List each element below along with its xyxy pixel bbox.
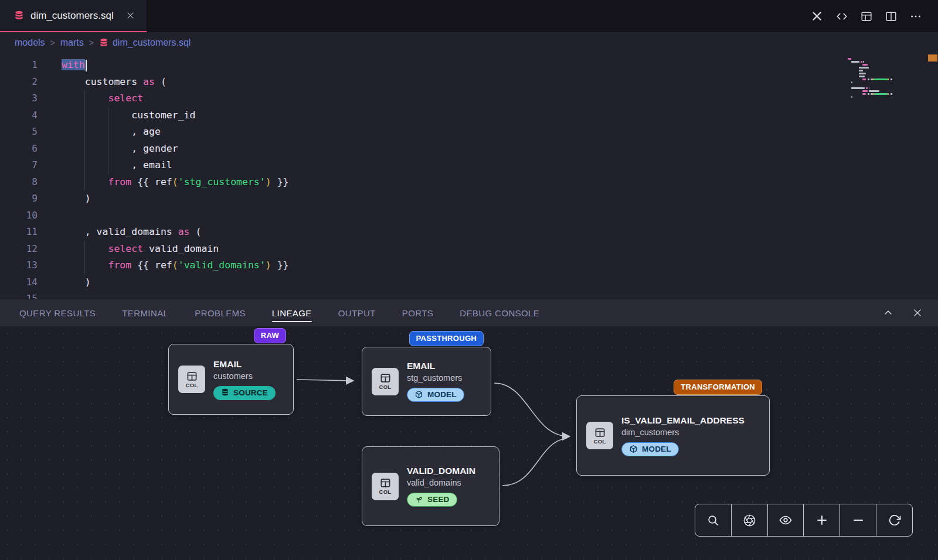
- panel-tab-query-results[interactable]: QUERY RESULTS: [19, 299, 96, 326]
- code-line[interactable]: 13 from {{ ref('valid_domains') }}: [0, 257, 938, 274]
- line-number: 15: [0, 291, 38, 299]
- zoom-in-button[interactable]: [804, 504, 840, 536]
- panel-chevron-up-icon[interactable]: [881, 305, 896, 320]
- code-line[interactable]: 4 customer_id: [0, 107, 938, 124]
- breadcrumb-item-dim-customers-sql[interactable]: dim_customers.sql: [99, 37, 191, 48]
- column-icon: COL: [372, 473, 399, 500]
- code-token: from: [108, 176, 131, 187]
- indent-guide: [108, 107, 108, 174]
- code-text: select: [62, 90, 143, 107]
- code-line[interactable]: 12 select valid_domain: [0, 241, 938, 258]
- column-icon-label: COL: [186, 383, 198, 388]
- line-number: 11: [0, 224, 38, 241]
- node-subtitle: dim_customers: [621, 428, 745, 437]
- panel-tab-lineage[interactable]: LINEAGE: [272, 299, 312, 326]
- node-badge-source: SOURCE: [213, 386, 276, 400]
- code-line[interactable]: 2 customers as (: [0, 74, 938, 91]
- minimap-line: [848, 78, 911, 80]
- node-title: EMAIL: [213, 359, 276, 370]
- line-number: 6: [0, 141, 38, 158]
- breadcrumb-item-marts[interactable]: marts: [60, 37, 84, 48]
- panel-tab-ports[interactable]: PORTS: [402, 299, 433, 326]
- panel-tab-bar: QUERY RESULTSTERMINALPROBLEMSLINEAGEOUTP…: [0, 299, 938, 326]
- dbt-extension-icon[interactable]: [807, 6, 827, 26]
- code-line[interactable]: 11 , valid_domains as (: [0, 224, 938, 241]
- split-editor-icon[interactable]: [881, 6, 900, 26]
- minimap-line: [848, 96, 911, 98]
- panel-tab-terminal[interactable]: TERMINAL: [122, 299, 168, 326]
- code-token: select: [108, 243, 143, 254]
- seed-badge-icon: [414, 495, 423, 504]
- text-cursor: [86, 60, 87, 71]
- code-text: , age: [62, 124, 161, 141]
- code-text: with: [62, 57, 87, 74]
- tab-close-icon[interactable]: [126, 11, 135, 20]
- code-line[interactable]: 3 select: [0, 90, 938, 107]
- code-text: ): [62, 190, 91, 207]
- more-actions-icon[interactable]: [906, 6, 925, 26]
- lineage-node-stg_customers[interactable]: PASSTHROUGHCOLEMAILstg_customersMODEL: [362, 347, 491, 416]
- code-token: 'valid_domains': [178, 259, 266, 271]
- minimap-line: [848, 64, 911, 66]
- code-icon[interactable]: [832, 6, 851, 26]
- code-line[interactable]: 5 , age: [0, 124, 938, 141]
- editor-actions: [807, 0, 938, 32]
- table-icon[interactable]: [857, 6, 876, 26]
- database-icon: [14, 11, 24, 21]
- code-token: select: [108, 93, 143, 104]
- code-line[interactable]: 1with: [0, 57, 938, 74]
- aperture-button[interactable]: [732, 504, 768, 536]
- node-title: EMAIL: [407, 361, 464, 371]
- code-text: , valid_domains as (: [62, 224, 201, 241]
- refresh-button[interactable]: [876, 504, 912, 536]
- code-token: 'stg_customers': [178, 176, 266, 187]
- code-text: from {{ ref('valid_domains') }}: [62, 257, 289, 274]
- line-number: 3: [0, 90, 38, 107]
- minimap[interactable]: [848, 58, 911, 102]
- minimap-line: [848, 84, 911, 86]
- code-line[interactable]: 10: [0, 207, 938, 224]
- badge-label: SOURCE: [233, 388, 268, 397]
- node-title: IS_VALID_EMAIL_ADDRESS: [621, 415, 745, 426]
- lineage-node-customers[interactable]: RAWCOLEMAILcustomersSOURCE: [168, 344, 294, 415]
- code-token: , valid_domains: [62, 226, 178, 237]
- eye-button[interactable]: [768, 504, 804, 536]
- model-badge-icon: [629, 445, 638, 453]
- node-tag-transformation: TRANSFORMATION: [674, 380, 762, 395]
- panel-close-icon[interactable]: [910, 305, 925, 320]
- tab-dim-customers-sql[interactable]: dim_customers.sql: [0, 0, 147, 32]
- code-text: customer_id: [62, 107, 195, 124]
- code-token: as: [143, 76, 155, 87]
- code-line[interactable]: 9 ): [0, 190, 938, 207]
- lineage-node-dim_customers[interactable]: TRANSFORMATIONCOLIS_VALID_EMAIL_ADDRESSd…: [576, 395, 770, 476]
- code-token: {{: [137, 259, 149, 271]
- code-editor[interactable]: 1with2 customers as (3 select4 customer_…: [0, 53, 938, 299]
- breadcrumb: models>marts>dim_customers.sql: [0, 32, 938, 53]
- code-line[interactable]: 6 , gender: [0, 141, 938, 158]
- panel-tab-problems[interactable]: PROBLEMS: [195, 299, 246, 326]
- column-icon: COL: [178, 366, 205, 393]
- panel-tab-debug-console[interactable]: DEBUG CONSOLE: [460, 299, 539, 326]
- code-line[interactable]: 8 from {{ ref('stg_customers') }}: [0, 174, 938, 191]
- code-line[interactable]: 15: [0, 291, 938, 299]
- breadcrumb-separator: >: [89, 38, 94, 47]
- minimap-line: [848, 70, 911, 71]
- search-button[interactable]: [695, 504, 732, 536]
- lineage-node-valid_domains[interactable]: COLVALID_DOMAINvalid_domainsSEED: [362, 446, 499, 526]
- minimap-line: [848, 81, 911, 83]
- code-token: [131, 259, 137, 271]
- breadcrumb-item-models[interactable]: models: [15, 37, 45, 48]
- code-token: (: [172, 176, 178, 187]
- code-line[interactable]: 14 ): [0, 274, 938, 291]
- code-token: [131, 176, 137, 187]
- node-badge-seed: SEED: [407, 493, 457, 507]
- minimap-line: [848, 87, 911, 89]
- breadcrumb-label: marts: [60, 37, 84, 48]
- bottom-panel: QUERY RESULTSTERMINALPROBLEMSLINEAGEOUTP…: [0, 299, 938, 560]
- lineage-canvas[interactable]: RAWCOLEMAILcustomersSOURCEPASSTHROUGHCOL…: [0, 326, 938, 560]
- selected-token: with: [62, 59, 85, 70]
- panel-tab-output[interactable]: OUTPUT: [338, 299, 376, 326]
- zoom-out-button[interactable]: [840, 504, 876, 536]
- code-text: select valid_domain: [62, 241, 219, 258]
- code-line[interactable]: 7 , email: [0, 157, 938, 174]
